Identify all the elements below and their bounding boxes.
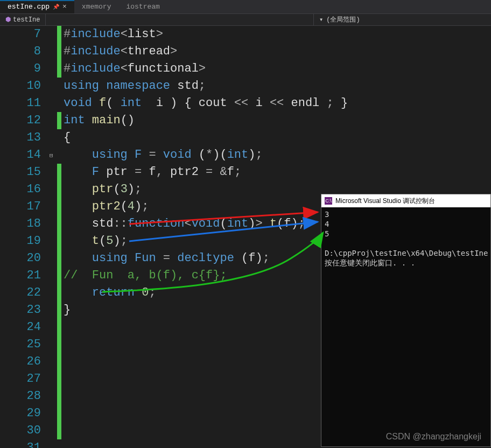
fold-toggle: [50, 302, 57, 319]
change-marker: [57, 26, 61, 43]
tab-label: xmemory: [82, 3, 111, 11]
console-output: 345 D:\cppProj\testIne\x64\Debug\testIne…: [321, 207, 490, 270]
line-number: 22: [0, 284, 41, 302]
line-number: 7: [0, 26, 41, 43]
fold-toggle[interactable]: ⊟: [50, 146, 57, 164]
fold-toggle: [50, 439, 57, 448]
change-marker: [57, 405, 61, 422]
change-marker: [57, 336, 61, 353]
fold-toggle: [50, 233, 57, 250]
change-marker: [57, 284, 61, 302]
line-number: 13: [0, 129, 41, 146]
fold-toggle: [50, 215, 57, 233]
change-marker: [57, 267, 61, 284]
line-number: 11: [0, 95, 41, 112]
change-marker: [57, 164, 61, 181]
line-number: 19: [0, 233, 41, 250]
line-number-gutter: 7891011121314151617181920212223242526272…: [0, 26, 50, 448]
close-icon[interactable]: ×: [62, 3, 67, 11]
fold-toggle: [50, 422, 57, 439]
nav-bar: ⬢ testIne ▾ (全局范围): [0, 14, 491, 26]
fold-column[interactable]: ⊟: [50, 26, 57, 448]
change-marker: [57, 146, 61, 164]
line-number: 9: [0, 60, 41, 78]
line-number: 26: [0, 353, 41, 370]
vs-icon: C:\: [325, 197, 332, 205]
fold-toggle: [50, 319, 57, 336]
line-number: 28: [0, 388, 41, 405]
fold-toggle: [50, 267, 57, 284]
change-marker: [57, 422, 61, 439]
change-marker: [57, 78, 61, 95]
fold-toggle: [50, 43, 57, 60]
fold-toggle: [50, 181, 57, 198]
code-line[interactable]: #include<functional>: [64, 60, 491, 78]
breadcrumb-label: testIne: [13, 16, 40, 24]
change-marker: [57, 60, 61, 78]
tab-file[interactable]: xmemory: [74, 0, 119, 13]
fold-toggle: [50, 353, 57, 370]
change-marker: [57, 439, 61, 448]
line-number: 16: [0, 181, 41, 198]
change-marker: [57, 388, 61, 405]
console-titlebar[interactable]: C:\ Microsoft Visual Studio 调试控制台: [321, 194, 490, 207]
line-number: 21: [0, 267, 41, 284]
line-number: 29: [0, 405, 41, 422]
fold-toggle: [50, 370, 57, 388]
fold-toggle: [50, 78, 57, 95]
console-title-text: Microsoft Visual Studio 调试控制台: [335, 197, 435, 206]
change-marker: [57, 95, 61, 112]
line-number: 8: [0, 43, 41, 60]
console-line: 3: [325, 209, 487, 219]
fold-toggle: [50, 60, 57, 78]
change-marker: [57, 215, 61, 233]
code-line[interactable]: int main(): [64, 112, 491, 129]
fold-toggle: [50, 405, 57, 422]
console-line: 按任意键关闭此窗口. . .: [325, 258, 487, 268]
debug-console-window[interactable]: C:\ Microsoft Visual Studio 调试控制台 345 D:…: [321, 194, 491, 447]
tab-file[interactable]: iostream: [118, 0, 167, 13]
console-line: 5: [325, 229, 487, 239]
fold-toggle: [50, 198, 57, 215]
change-marker: [57, 181, 61, 198]
line-number: 23: [0, 302, 41, 319]
change-marker: [57, 198, 61, 215]
fold-toggle: [50, 95, 57, 112]
fold-toggle: [50, 26, 57, 43]
line-number: 12: [0, 112, 41, 129]
line-number: 15: [0, 164, 41, 181]
code-line[interactable]: #include<thread>: [64, 43, 491, 60]
line-number: 31: [0, 439, 41, 448]
line-number: 30: [0, 422, 41, 439]
change-marker-column: [57, 26, 61, 448]
line-number: 27: [0, 370, 41, 388]
code-line[interactable]: #include<list>: [64, 26, 491, 43]
fold-toggle: [50, 388, 57, 405]
tab-bar: estIne.cpp 📌 × xmemory iostream: [0, 0, 491, 14]
change-marker: [57, 233, 61, 250]
change-marker: [57, 129, 61, 146]
console-line: [325, 239, 487, 248]
scope-dropdown[interactable]: ▾ (全局范围): [313, 14, 491, 25]
change-marker: [57, 112, 61, 129]
line-number: 20: [0, 250, 41, 267]
fold-toggle: [50, 250, 57, 267]
tab-file-active[interactable]: estIne.cpp 📌 ×: [0, 0, 74, 13]
breadcrumb[interactable]: ⬢ testIne: [0, 14, 46, 25]
line-number: 14: [0, 146, 41, 164]
scope-label: (全局范围): [326, 15, 360, 24]
fold-toggle: [50, 112, 57, 129]
code-line[interactable]: using F = void (*)(int);: [64, 146, 491, 164]
console-line: D:\cppProj\testIne\x64\Debug\testIne: [325, 248, 487, 258]
pin-icon[interactable]: 📌: [53, 4, 59, 10]
line-number: 24: [0, 319, 41, 336]
project-icon: ⬢: [5, 16, 11, 24]
code-line[interactable]: void f( int i ) { cout << i << endl ; }: [64, 95, 491, 112]
change-marker: [57, 43, 61, 60]
fold-toggle: [50, 336, 57, 353]
code-line[interactable]: using namespace std;: [64, 78, 491, 95]
code-line[interactable]: F ptr = f, ptr2 = &f;: [64, 164, 491, 181]
code-line[interactable]: {: [64, 129, 491, 146]
fold-toggle: [50, 284, 57, 302]
fold-toggle: [50, 164, 57, 181]
